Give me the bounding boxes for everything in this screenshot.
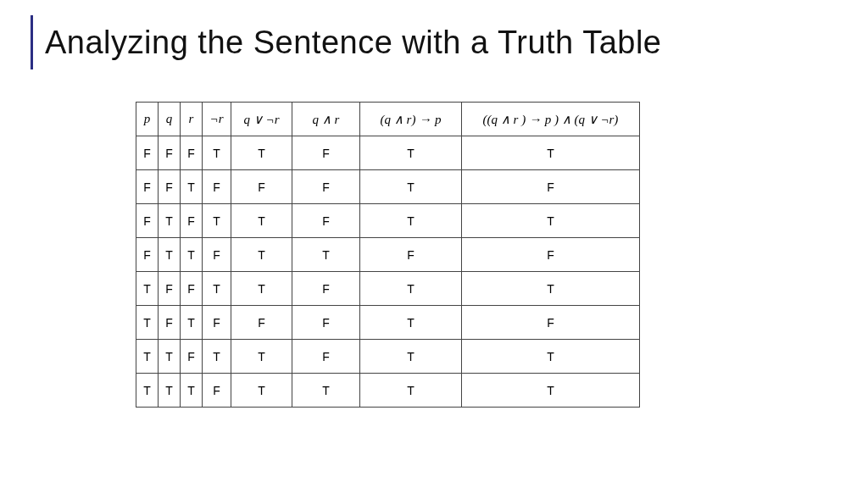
table-cell: T xyxy=(462,374,640,408)
table-cell: T xyxy=(231,204,292,238)
table-cell: F xyxy=(203,170,231,204)
table-cell: F xyxy=(292,272,360,306)
table-cell: T xyxy=(159,204,181,238)
table-cell: T xyxy=(231,340,292,374)
table-cell: T xyxy=(136,340,159,374)
table-cell: F xyxy=(292,204,360,238)
table-body: FFFTTFTTFFTFFFTFFTFTTFTTFTTFTTFFTFFTTFTT… xyxy=(136,136,640,408)
truth-table: p q r ¬r q ∨ ¬r q ∧ r (q ∧ r) → p ((q ∧ … xyxy=(136,102,640,408)
table-row: TTTFTTTT xyxy=(136,374,640,408)
col-header-implies: (q ∧ r) → p xyxy=(360,103,462,136)
table-cell: T xyxy=(136,272,159,306)
table-cell: F xyxy=(231,170,292,204)
table-cell: T xyxy=(203,204,231,238)
col-header-not-r: ¬r xyxy=(203,103,231,136)
title-block: Analyzing the Sentence with a Truth Tabl… xyxy=(31,15,661,69)
truth-table-container: p q r ¬r q ∨ ¬r q ∧ r (q ∧ r) → p ((q ∧ … xyxy=(136,102,640,408)
table-cell: T xyxy=(203,340,231,374)
table-cell: F xyxy=(181,272,203,306)
table-cell: F xyxy=(181,136,203,170)
col-header-final: ((q ∧ r ) → p ) ∧ (q ∨ ¬r) xyxy=(462,103,640,136)
table-row: FTTFTTFF xyxy=(136,238,640,272)
table-cell: F xyxy=(159,136,181,170)
table-cell: F xyxy=(136,238,159,272)
table-header-row: p q r ¬r q ∨ ¬r q ∧ r (q ∧ r) → p ((q ∧ … xyxy=(136,103,640,136)
table-cell: T xyxy=(181,374,203,408)
table-cell: F xyxy=(181,204,203,238)
table-cell: T xyxy=(136,374,159,408)
table-cell: F xyxy=(136,204,159,238)
accent-bar xyxy=(31,15,33,69)
table-cell: T xyxy=(462,136,640,170)
table-cell: T xyxy=(231,374,292,408)
table-cell: T xyxy=(360,204,462,238)
table-cell: T xyxy=(159,238,181,272)
table-cell: T xyxy=(203,272,231,306)
table-cell: T xyxy=(231,238,292,272)
col-header-p: p xyxy=(136,103,159,136)
col-header-q: q xyxy=(159,103,181,136)
col-header-r: r xyxy=(181,103,203,136)
table-cell: F xyxy=(292,136,360,170)
table-cell: T xyxy=(462,340,640,374)
table-cell: T xyxy=(181,238,203,272)
table-cell: T xyxy=(159,340,181,374)
table-cell: T xyxy=(181,306,203,340)
table-cell: T xyxy=(462,204,640,238)
table-cell: T xyxy=(360,136,462,170)
table-cell: T xyxy=(462,272,640,306)
table-row: FFFTTFTT xyxy=(136,136,640,170)
table-cell: F xyxy=(292,170,360,204)
table-row: TFFTTFTT xyxy=(136,272,640,306)
table-cell: F xyxy=(203,374,231,408)
table-cell: F xyxy=(181,340,203,374)
table-cell: F xyxy=(462,170,640,204)
table-cell: T xyxy=(231,136,292,170)
table-cell: F xyxy=(462,306,640,340)
table-cell: T xyxy=(136,306,159,340)
table-row: TTFTTFTT xyxy=(136,340,640,374)
table-cell: T xyxy=(203,136,231,170)
col-header-q-and-r: q ∧ r xyxy=(292,103,360,136)
table-cell: T xyxy=(159,374,181,408)
table-cell: T xyxy=(292,374,360,408)
table-cell: F xyxy=(159,170,181,204)
table-cell: F xyxy=(462,238,640,272)
table-cell: F xyxy=(159,272,181,306)
table-cell: F xyxy=(203,238,231,272)
table-row: FFTFFFTF xyxy=(136,170,640,204)
table-cell: T xyxy=(181,170,203,204)
table-cell: F xyxy=(292,340,360,374)
table-cell: F xyxy=(136,136,159,170)
table-cell: T xyxy=(360,272,462,306)
table-cell: T xyxy=(231,272,292,306)
table-row: FTFTTFTT xyxy=(136,204,640,238)
table-cell: F xyxy=(292,306,360,340)
table-cell: T xyxy=(360,340,462,374)
table-cell: T xyxy=(292,238,360,272)
page-title: Analyzing the Sentence with a Truth Tabl… xyxy=(45,25,661,61)
table-cell: T xyxy=(360,170,462,204)
table-cell: T xyxy=(360,374,462,408)
table-cell: F xyxy=(136,170,159,204)
table-row: TFTFFFTF xyxy=(136,306,640,340)
table-cell: F xyxy=(203,306,231,340)
table-cell: F xyxy=(360,238,462,272)
col-header-q-or-not-r: q ∨ ¬r xyxy=(231,103,292,136)
table-cell: F xyxy=(231,306,292,340)
table-cell: F xyxy=(159,306,181,340)
table-cell: T xyxy=(360,306,462,340)
